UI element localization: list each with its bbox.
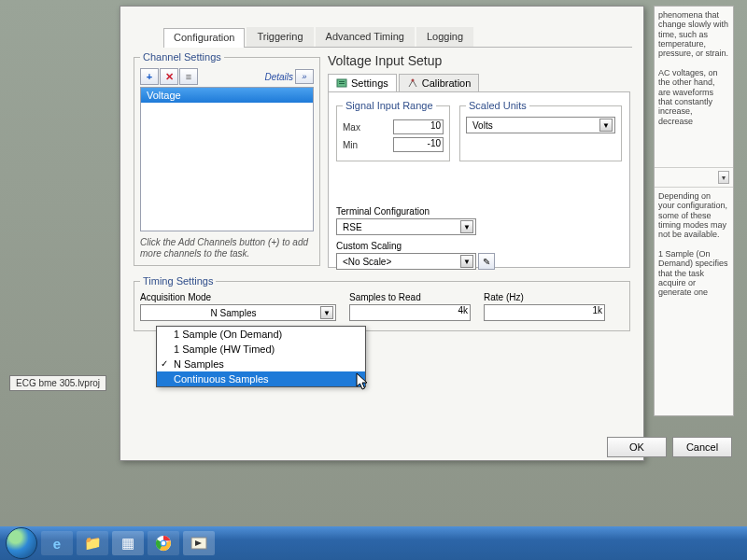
chrome-icon — [155, 535, 172, 552]
details-label: Details — [264, 72, 293, 82]
taskbar-explorer[interactable]: 📁 — [77, 531, 108, 555]
main-tabstrip: Configuration Triggering Advanced Timing… — [163, 27, 632, 48]
folder-icon: 📁 — [84, 535, 102, 552]
custom-scaling-wizard-button[interactable]: ✎ — [478, 253, 495, 270]
help-panel: phenomena that change slowly with time, … — [654, 6, 734, 416]
tab-logging[interactable]: Logging — [416, 27, 473, 47]
svg-point-6 — [162, 541, 165, 545]
channel-list[interactable]: Voltage — [140, 87, 314, 231]
acquisition-mode-label: Acquisition Mode — [140, 292, 336, 302]
taskbar[interactable]: e 📁 ▦ — [0, 526, 747, 560]
channel-settings-legend: Channel Settings — [140, 51, 224, 63]
taskbar-app1[interactable]: ▦ — [112, 531, 144, 555]
plus-icon: + — [147, 71, 152, 82]
project-file-tag: ECG bme 305.lvproj — [9, 375, 106, 391]
max-input[interactable]: 10 — [393, 119, 444, 134]
acquisition-mode-dropdown[interactable]: 1 Sample (On Demand) 1 Sample (HW Timed)… — [156, 326, 366, 387]
cancel-button[interactable]: Cancel — [672, 437, 732, 457]
terminal-config-label: Terminal Configuration — [336, 206, 622, 217]
chevron-down-icon: ▼ — [599, 119, 613, 132]
min-input[interactable]: -10 — [393, 137, 444, 152]
details-expand-button[interactable]: » — [295, 69, 314, 84]
ie-icon: e — [53, 536, 61, 552]
labview-icon — [190, 535, 207, 552]
app-icon: ▦ — [121, 535, 134, 552]
tab-configuration[interactable]: Configuration — [163, 28, 245, 48]
calibration-icon — [407, 77, 418, 89]
rate-label: Rate (Hz) — [484, 292, 605, 302]
x-icon: ✕ — [165, 71, 174, 83]
subtab-calibration[interactable]: Calibration — [399, 74, 480, 91]
chevron-down-icon: ▼ — [460, 255, 473, 268]
signal-input-range-group: Signal Input Range Max 10 Min -10 — [336, 100, 450, 161]
acquisition-mode-combo[interactable]: N Samples ▼ — [140, 304, 336, 321]
samples-to-read-input[interactable]: 4k — [349, 304, 471, 321]
custom-scaling-label: Custom Scaling — [336, 241, 622, 251]
channel-list-button[interactable]: ≡ — [179, 68, 198, 85]
rate-input[interactable]: 1k — [484, 304, 605, 321]
tab-triggering[interactable]: Triggering — [247, 27, 313, 47]
chevron-down-icon: ▾ — [722, 174, 726, 182]
channel-hint-text: Click the Add Channels button (+) to add… — [140, 237, 314, 259]
scaled-units-legend: Scaled Units — [466, 100, 529, 111]
tab-advanced-timing[interactable]: Advanced Timing — [316, 27, 415, 47]
scaled-units-group: Scaled Units Volts ▼ — [459, 100, 622, 161]
svg-rect-2 — [339, 83, 345, 84]
start-button[interactable] — [6, 527, 37, 559]
chevron-down-icon: ▼ — [320, 306, 333, 319]
setup-title: Voltage Input Setup — [328, 53, 630, 68]
ok-button[interactable]: OK — [607, 437, 667, 457]
help-text-bottom: Depending on your configuration, some of… — [655, 188, 733, 374]
scaled-units-combo[interactable]: Volts ▼ — [466, 117, 615, 133]
acq-option-hw-timed[interactable]: 1 Sample (HW Timed) — [157, 342, 365, 357]
min-label: Min — [343, 140, 358, 150]
svg-rect-1 — [339, 81, 345, 82]
timing-legend: Timing Settings — [140, 275, 216, 287]
help-text-top: phenomena that change slowly with time, … — [655, 7, 733, 167]
svg-point-3 — [411, 79, 414, 82]
custom-scaling-combo[interactable]: <No Scale> ▼ — [336, 253, 476, 270]
taskbar-labview[interactable] — [183, 531, 215, 555]
acq-option-n-samples[interactable]: N Samples — [157, 357, 365, 371]
terminal-config-combo[interactable]: RSE ▼ — [336, 218, 476, 235]
max-label: Max — [343, 122, 360, 133]
list-icon: ≡ — [186, 71, 191, 82]
help-scroll-button[interactable]: ▾ — [718, 171, 729, 184]
taskbar-chrome[interactable] — [148, 531, 179, 555]
settings-icon — [336, 77, 347, 89]
add-channel-button[interactable]: + — [140, 68, 159, 85]
daq-config-dialog: Configuration Triggering Advanced Timing… — [120, 6, 644, 461]
acq-option-on-demand[interactable]: 1 Sample (On Demand) — [157, 327, 365, 342]
remove-channel-button[interactable]: ✕ — [160, 68, 178, 85]
channel-item-voltage[interactable]: Voltage — [141, 88, 313, 103]
samples-to-read-label: Samples to Read — [349, 292, 471, 302]
subtab-settings[interactable]: Settings — [328, 74, 397, 91]
wand-icon: ✎ — [483, 257, 490, 267]
acq-option-continuous[interactable]: Continuous Samples — [157, 371, 365, 386]
signal-range-legend: Signal Input Range — [343, 100, 436, 111]
taskbar-ie[interactable]: e — [41, 531, 73, 555]
timing-settings-group: Timing Settings Acquisition Mode N Sampl… — [134, 275, 630, 331]
chevron-right-icon: » — [302, 72, 306, 81]
channel-settings-group: Channel Settings + ✕ ≡ Details » Voltage… — [134, 51, 320, 266]
chevron-down-icon: ▼ — [460, 220, 473, 233]
